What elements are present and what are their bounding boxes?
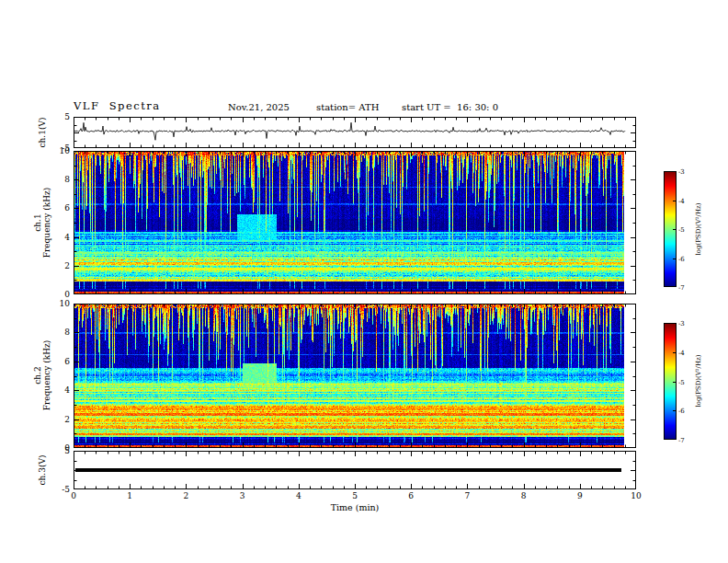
spec1-ytick-label: 2 bbox=[48, 261, 70, 270]
spec2-ytick-label: 2 bbox=[48, 415, 70, 424]
cb2-tick-label: -4 bbox=[678, 349, 685, 358]
figure-title: VLF Spectra bbox=[74, 99, 161, 112]
spec1-ytick-label: 4 bbox=[48, 233, 70, 242]
ch3-voltage-axis-label: ch.3(V) bbox=[39, 455, 48, 486]
wave3-ytick-label: 5 bbox=[48, 446, 70, 455]
header-station: station= ATH bbox=[316, 102, 379, 112]
colorbar-1-label: log(PSD)(V²/Hz) bbox=[695, 203, 702, 256]
header-date: Nov.21, 2025 bbox=[228, 102, 290, 112]
spec1-ytick-label: 8 bbox=[48, 175, 70, 184]
wave3-ytick-label: -5 bbox=[48, 485, 70, 494]
cb1-tick-label: -6 bbox=[678, 255, 685, 264]
spec2-ytick-label: 10 bbox=[48, 299, 70, 308]
spec2-ytick-label: 4 bbox=[48, 385, 70, 395]
x-tick-label: 1 bbox=[127, 491, 132, 500]
ch1-voltage-axis-label: ch.1(V) bbox=[39, 118, 48, 148]
x-axis-title: Time (min) bbox=[331, 502, 380, 512]
cb1-tick-label: -7 bbox=[678, 283, 685, 293]
x-tick-label: 5 bbox=[352, 491, 358, 500]
x-tick-label: 3 bbox=[240, 491, 245, 500]
ch3-waveform-plot bbox=[74, 451, 636, 489]
cb1-tick-label: -3 bbox=[678, 167, 685, 177]
spec1-ytick-label: 0 bbox=[48, 290, 70, 299]
cb1-tick-label: -5 bbox=[678, 225, 685, 235]
cb2-tick-label: -7 bbox=[678, 436, 685, 445]
cb2-tick-label: -3 bbox=[678, 319, 685, 328]
x-tick-label: 0 bbox=[71, 491, 76, 500]
cb1-tick-label: -4 bbox=[678, 197, 685, 206]
ch2-frequency-axis-label: ch.2 Frequency (kHz) bbox=[34, 340, 51, 411]
cb2-tick-label: -6 bbox=[678, 407, 685, 416]
ch1-spectrogram bbox=[74, 151, 636, 294]
x-tick-label: 7 bbox=[465, 491, 471, 500]
x-tick-label: 2 bbox=[184, 491, 189, 500]
x-tick-label: 9 bbox=[577, 491, 583, 500]
colorbar-2 bbox=[664, 323, 677, 440]
colorbar-1 bbox=[664, 171, 677, 287]
vlf-spectra-figure: VLF Spectra Nov.21, 2025 station= ATH st… bbox=[0, 0, 728, 563]
x-tick-label: 10 bbox=[631, 491, 641, 500]
x-tick-label: 6 bbox=[408, 491, 414, 500]
spec2-ytick-label: 6 bbox=[48, 357, 70, 366]
spec2-ytick-label: 8 bbox=[48, 327, 70, 337]
x-tick-label: 8 bbox=[521, 491, 527, 500]
header-start-ut: start UT = 16: 30: 0 bbox=[402, 102, 498, 112]
wave1-ytick-label: 5 bbox=[48, 112, 70, 121]
spec1-ytick-label: 10 bbox=[48, 146, 70, 155]
x-tick-label: 4 bbox=[296, 491, 301, 500]
colorbar-2-label: log(PSD)(V²/Hz) bbox=[695, 355, 702, 408]
ch1-frequency-axis-label: ch.1 Frequency (kHz) bbox=[34, 188, 51, 259]
cb2-tick-label: -5 bbox=[678, 378, 685, 387]
ch2-spectrogram bbox=[74, 304, 636, 448]
spec1-ytick-label: 6 bbox=[48, 203, 70, 213]
ch1-waveform-plot bbox=[74, 117, 636, 148]
